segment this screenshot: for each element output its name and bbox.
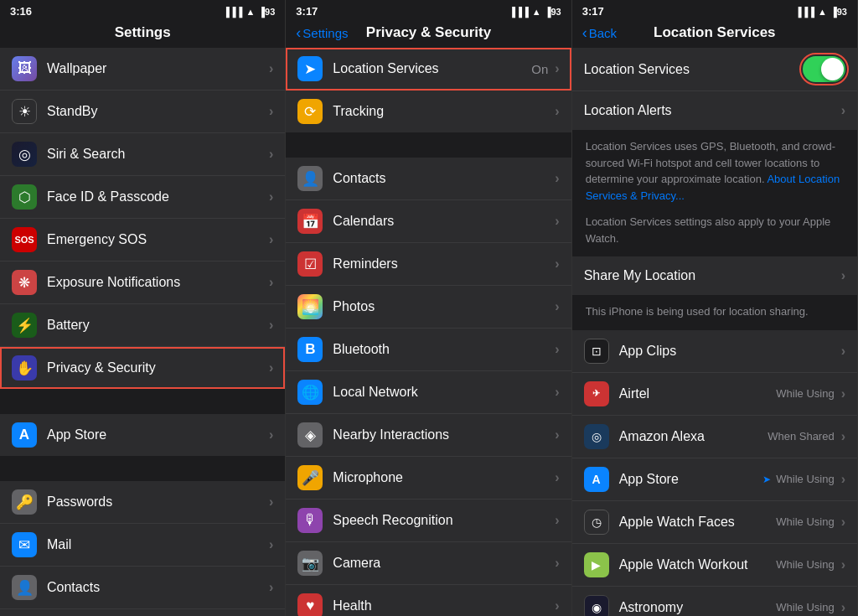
battery-icon-item: ⚡	[12, 313, 37, 338]
location-toggle-label: Location Services	[584, 62, 690, 77]
section-location-tracking: ➤ Location Services On › ⟳ Tracking ›	[286, 48, 571, 132]
status-bar-1: 3:16 ▐▐▐ ▲ ▐93	[0, 0, 285, 21]
back-button-2[interactable]: ‹ Settings	[296, 24, 348, 42]
share-subtext-content: This iPhone is being used for location s…	[586, 305, 809, 318]
photos-icon: 🌅	[297, 294, 323, 319]
privacy-item-microphone[interactable]: 🎤 Microphone ›	[286, 457, 571, 500]
settings-item-faceid[interactable]: ⬡ Face ID & Passcode ›	[0, 176, 285, 219]
signal-icon: ▐▐▐	[223, 7, 242, 17]
chevron-alexa: ›	[841, 429, 845, 444]
chevron-watchworkout: ›	[841, 557, 845, 572]
location-app-watchworkout[interactable]: ▶ Apple Watch Workout While Using ›	[572, 544, 857, 587]
section-apps-location: ⊡ App Clips › ✈ Airtel While Using › ◎ A…	[572, 330, 857, 617]
privacy-item-photos[interactable]: 🌅 Photos ›	[286, 286, 571, 329]
status-bar-3: 3:17 ▐▐▐ ▲ ▐93	[572, 0, 857, 21]
watchfaces-value: While Using	[776, 515, 834, 528]
wallpaper-icon: 🖼	[12, 56, 37, 81]
chevron-localnet: ›	[555, 385, 559, 400]
settings-item-exposure[interactable]: ❋ Exposure Notifications ›	[0, 261, 285, 304]
location-toggle-row: Location Services	[572, 48, 857, 91]
location-alerts-row[interactable]: Location Alerts ›	[572, 91, 857, 130]
settings-item-sos[interactable]: SOS Emergency SOS ›	[0, 219, 285, 261]
settings-item-contacts[interactable]: 👤 Contacts ›	[0, 567, 285, 609]
contacts-icon: 👤	[12, 575, 37, 600]
chevron-standby: ›	[269, 104, 273, 119]
privacy-item-tracking[interactable]: ⟳ Tracking ›	[286, 91, 571, 132]
settings-item-mail[interactable]: ✉ Mail ›	[0, 524, 285, 567]
location-services-toggle[interactable]	[803, 56, 845, 82]
privacy-icon: ✋	[12, 355, 37, 380]
location-app-watchfaces[interactable]: ◷ Apple Watch Faces While Using ›	[572, 501, 857, 544]
settings-item-appstore[interactable]: A App Store ›	[0, 414, 285, 456]
alexa-label: Amazon Alexa	[619, 429, 705, 444]
privacy-item-health[interactable]: ♥ Health ›	[286, 585, 571, 616]
privacy-list: ➤ Location Services On › ⟳ Tracking ›	[286, 48, 571, 616]
panel-settings: 3:16 ▐▐▐ ▲ ▐93 Settings 🖼 Wallpaper › ☀	[0, 0, 286, 616]
sos-label: Emergency SOS	[47, 232, 269, 247]
settings-item-siri[interactable]: ◎ Siri & Search ›	[0, 133, 285, 176]
calendars-icon: 📅	[297, 209, 323, 234]
back-button-3[interactable]: ‹ Back	[582, 24, 617, 42]
location-info-text: Location Services uses GPS, Bluetooth, a…	[572, 132, 857, 214]
airtel-label: Airtel	[619, 386, 649, 401]
chevron-astronomy: ›	[841, 600, 845, 615]
appstore-label: App Store	[47, 427, 269, 443]
watchfaces-icon: ◷	[584, 510, 609, 535]
privacy-item-nearby[interactable]: ◈ Nearby Interactions ›	[286, 414, 571, 457]
location-app-appstore[interactable]: A App Store ➤ While Using ›	[572, 458, 857, 501]
chevron-appclips: ›	[841, 344, 845, 359]
panel-location: 3:17 ▐▐▐ ▲ ▐93 ‹ Back Location Services …	[572, 0, 858, 616]
privacy-item-speech[interactable]: 🎙 Speech Recognition ›	[286, 500, 571, 542]
appstore2-icon: A	[584, 467, 609, 492]
wifi-icon-3: ▲	[818, 7, 827, 17]
settings-item-passwords[interactable]: 🔑 Passwords ›	[0, 481, 285, 524]
settings-item-privacy[interactable]: ✋ Privacy & Security ›	[0, 347, 285, 389]
nearby-icon: ◈	[297, 422, 323, 448]
location-services-value: On	[531, 62, 548, 76]
settings-item-standby[interactable]: ☀ StandBy ›	[0, 91, 285, 133]
exposure-icon: ❋	[12, 270, 37, 295]
privacy-item-camera[interactable]: 📷 Camera ›	[286, 542, 571, 585]
chevron-alerts: ›	[841, 103, 845, 118]
location-app-airtel[interactable]: ✈ Airtel While Using ›	[572, 373, 857, 416]
settings-item-calendar[interactable]: 📅 Calendar ›	[0, 609, 285, 616]
chevron-health: ›	[555, 598, 559, 613]
health-icon: ♥	[297, 593, 323, 616]
battery-icon-3: ▐93	[830, 7, 847, 17]
signal-icon-2: ▐▐▐	[509, 7, 528, 17]
privacy-item-reminders[interactable]: ☑ Reminders ›	[286, 243, 571, 286]
chevron-reminders2: ›	[555, 256, 559, 272]
appstore-icon: A	[12, 422, 37, 448]
chevron-photos: ›	[555, 299, 559, 314]
alexa-icon: ◎	[584, 424, 609, 449]
faceid-icon: ⬡	[12, 184, 37, 210]
alexa-value: When Shared	[768, 430, 835, 443]
camera-label: Camera	[333, 556, 555, 571]
exposure-label: Exposure Notifications	[47, 275, 269, 290]
localnet-label: Local Network	[333, 385, 555, 400]
location-list: Location Services Location Alerts › Loca…	[572, 48, 857, 616]
privacy-item-calendars[interactable]: 📅 Calendars ›	[286, 200, 571, 243]
settings-item-wallpaper[interactable]: 🖼 Wallpaper ›	[0, 48, 285, 91]
share-location-row[interactable]: Share My Location ›	[572, 256, 857, 295]
location-app-alexa[interactable]: ◎ Amazon Alexa When Shared ›	[572, 416, 857, 458]
watchworkout-icon: ▶	[584, 552, 609, 577]
nav-title-2: Privacy & Security	[366, 24, 491, 41]
privacy-item-contacts[interactable]: 👤 Contacts ›	[286, 158, 571, 200]
location-app-astronomy[interactable]: ◉ Astronomy While Using ›	[572, 587, 857, 617]
privacy-item-localnet[interactable]: 🌐 Local Network ›	[286, 371, 571, 414]
privacy-item-bluetooth[interactable]: B Bluetooth ›	[286, 329, 571, 371]
location-app-appclips[interactable]: ⊡ App Clips ›	[572, 330, 857, 373]
time-2: 3:17	[296, 5, 318, 18]
watchworkout-label: Apple Watch Workout	[619, 557, 748, 572]
chevron-tracking: ›	[555, 104, 559, 119]
nav-title-1: Settings	[115, 24, 171, 41]
chevron-contacts2: ›	[555, 171, 559, 186]
watch-text-content: Location Services settings also apply to…	[586, 215, 831, 245]
contacts2-icon: 👤	[297, 166, 323, 191]
settings-item-battery[interactable]: ⚡ Battery ›	[0, 304, 285, 347]
toggle-knob	[821, 58, 844, 80]
microphone-label: Microphone	[333, 470, 555, 485]
privacy-item-location[interactable]: ➤ Location Services On ›	[286, 48, 571, 91]
appclips-icon: ⊡	[584, 339, 609, 364]
